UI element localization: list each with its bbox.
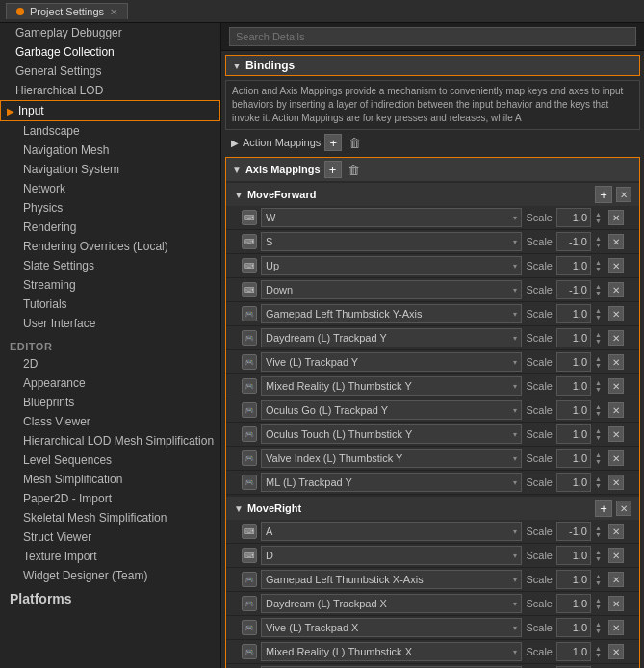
row-delete-button[interactable]: ✕ (608, 378, 624, 394)
key-dropdown-mixed-reality-y[interactable]: Mixed Reality (L) Thumbstick Y▾ (261, 376, 522, 396)
row-delete-button[interactable]: ✕ (608, 620, 624, 635)
bindings-description: Action and Axis Mappings provide a mecha… (225, 80, 640, 130)
row-delete-button[interactable]: ✕ (608, 402, 624, 418)
row-delete-button[interactable]: ✕ (608, 282, 624, 297)
scale-input[interactable] (556, 546, 591, 565)
scale-input[interactable] (556, 352, 591, 372)
key-dropdown-a[interactable]: A▾ (261, 522, 522, 541)
action-mappings-delete-button[interactable]: 🗑 (346, 134, 363, 151)
sidebar-item-rendering[interactable]: Rendering (0, 218, 220, 237)
sidebar-item-paper2d[interactable]: Paper2D - Import (0, 489, 220, 508)
sidebar-item-landscape[interactable]: Landscape (0, 121, 220, 141)
row-delete-button[interactable]: ✕ (608, 475, 624, 490)
sidebar-item-2d[interactable]: 2D (0, 354, 220, 373)
sidebar-item-navigation-mesh[interactable]: Navigation Mesh (0, 141, 220, 160)
scale-arrows: ▲▼ (595, 235, 605, 248)
scale-input[interactable] (556, 570, 591, 589)
sidebar-item-physics[interactable]: Physics (0, 198, 220, 218)
sidebar-item-slate-settings[interactable]: Slate Settings (0, 256, 220, 275)
row-delete-button[interactable]: ✕ (608, 258, 624, 273)
title-tab[interactable]: Project Settings ✕ (6, 3, 128, 19)
row-delete-button[interactable]: ✕ (608, 354, 624, 370)
sidebar-item-garbage-collection[interactable]: Garbage Collection (0, 42, 220, 62)
key-dropdown-valve-index-y[interactable]: Valve Index (L) Thumbstick Y▾ (261, 449, 522, 468)
key-dropdown-d[interactable]: D▾ (261, 546, 522, 565)
key-dropdown-oculus-go-y[interactable]: Oculus Go (L) Trackpad Y▾ (261, 400, 522, 420)
key-dropdown-up[interactable]: Up▾ (261, 256, 522, 275)
row-delete-button[interactable]: ✕ (608, 450, 624, 466)
key-dropdown-ml-y[interactable]: ML (L) Trackpad Y▾ (261, 473, 522, 492)
move-forward-delete-button[interactable]: ✕ (616, 187, 631, 202)
scale-input[interactable] (556, 328, 591, 347)
row-delete-button[interactable]: ✕ (608, 330, 624, 346)
action-mappings-add-button[interactable]: + (324, 134, 342, 151)
key-dropdown-down[interactable]: Down▾ (261, 280, 522, 299)
move-right-header[interactable]: ▼ MoveRight + ✕ (226, 497, 639, 520)
sidebar-item-appearance[interactable]: Appearance (0, 373, 220, 393)
key-dropdown-gamepad-x[interactable]: Gamepad Left Thumbstick X-Axis▾ (261, 570, 522, 589)
sidebar-item-input[interactable]: ▶ Input (0, 100, 220, 121)
scale-input[interactable] (556, 522, 591, 541)
sidebar-item-struct-viewer[interactable]: Struct Viewer (0, 527, 220, 547)
row-delete-button[interactable]: ✕ (608, 210, 624, 225)
row-delete-button[interactable]: ✕ (608, 524, 624, 539)
sidebar-item-network[interactable]: Network (0, 179, 220, 198)
sidebar-item-navigation-system[interactable]: Navigation System (0, 160, 220, 179)
sidebar-item-texture-import[interactable]: Texture Import (0, 547, 220, 566)
sidebar-item-general-settings[interactable]: General Settings (0, 62, 220, 81)
bindings-header[interactable]: ▼ Bindings (225, 55, 640, 76)
row-delete-button[interactable]: ✕ (608, 548, 624, 563)
scale-input[interactable] (556, 473, 591, 492)
key-dropdown-daydream-y[interactable]: Daydream (L) Trackpad Y▾ (261, 328, 522, 347)
key-dropdown-s[interactable]: S▾ (261, 232, 522, 251)
scale-input[interactable] (556, 280, 591, 299)
key-dropdown-w[interactable]: W▾ (261, 208, 522, 227)
scale-input[interactable] (556, 304, 591, 323)
sidebar-item-widget-designer[interactable]: Widget Designer (Team) (0, 566, 220, 585)
sidebar-item-rendering-overrides[interactable]: Rendering Overrides (Local) (0, 237, 220, 256)
sidebar-item-skeletal-mesh[interactable]: Skeletal Mesh Simplification (0, 508, 220, 527)
row-delete-button[interactable]: ✕ (608, 596, 624, 611)
scale-input[interactable] (556, 424, 591, 444)
scale-input[interactable] (556, 594, 591, 613)
key-dropdown-mixed-reality-x[interactable]: Mixed Reality (L) Thumbstick X▾ (261, 642, 522, 661)
key-dropdown-gamepad-y[interactable]: Gamepad Left Thumbstick Y-Axis▾ (261, 304, 522, 323)
sidebar-item-user-interface[interactable]: User Interface (0, 314, 220, 333)
scale-input[interactable] (556, 400, 591, 420)
sidebar-item-tutorials[interactable]: Tutorials (0, 295, 220, 314)
tab-close-icon[interactable]: ✕ (110, 7, 117, 17)
sidebar-item-hierarchical-lod-mesh[interactable]: Hierarchical LOD Mesh Simplification (0, 431, 220, 450)
row-delete-button[interactable]: ✕ (608, 572, 624, 587)
sidebar-item-mesh-simplification[interactable]: Mesh Simplification (0, 470, 220, 489)
scale-input[interactable] (556, 618, 591, 637)
sidebar-item-blueprints[interactable]: Blueprints (0, 393, 220, 412)
key-dropdown-daydream-x[interactable]: Daydream (L) Trackpad X▾ (261, 594, 522, 613)
scale-label: Scale (526, 574, 553, 585)
move-right-delete-button[interactable]: ✕ (616, 501, 631, 516)
move-forward-header[interactable]: ▼ MoveForward + ✕ (226, 183, 639, 206)
scale-input[interactable] (556, 376, 591, 396)
search-input[interactable] (229, 27, 636, 46)
row-delete-button[interactable]: ✕ (608, 426, 624, 442)
scale-input[interactable] (556, 449, 591, 468)
scale-input[interactable] (556, 642, 591, 661)
sidebar-item-class-viewer[interactable]: Class Viewer (0, 412, 220, 431)
sidebar-item-level-sequences[interactable]: Level Sequences (0, 450, 220, 470)
key-dropdown-oculus-touch-y[interactable]: Oculus Touch (L) Thumbstick Y▾ (261, 424, 522, 444)
key-dropdown-vive-x[interactable]: Vive (L) Trackpad X▾ (261, 618, 522, 637)
sidebar-item-gameplay-debugger[interactable]: Gameplay Debugger (0, 23, 220, 42)
move-forward-add-button[interactable]: + (595, 186, 612, 203)
axis-mappings-delete-button[interactable]: 🗑 (346, 161, 363, 178)
sidebar-item-streaming[interactable]: Streaming (0, 275, 220, 295)
axis-mappings-header[interactable]: ▼ Axis Mappings + 🗑 (226, 158, 639, 181)
key-dropdown-vive-y[interactable]: Vive (L) Trackpad Y▾ (261, 352, 522, 372)
sidebar-item-hierarchical-lod[interactable]: Hierarchical LOD (0, 81, 220, 100)
row-delete-button[interactable]: ✕ (608, 234, 624, 249)
axis-mappings-add-button[interactable]: + (324, 161, 342, 178)
move-right-add-button[interactable]: + (595, 500, 612, 517)
scale-input[interactable] (556, 208, 591, 227)
row-delete-button[interactable]: ✕ (608, 644, 624, 659)
scale-input[interactable] (556, 256, 591, 275)
scale-input[interactable] (556, 232, 591, 251)
row-delete-button[interactable]: ✕ (608, 306, 624, 321)
